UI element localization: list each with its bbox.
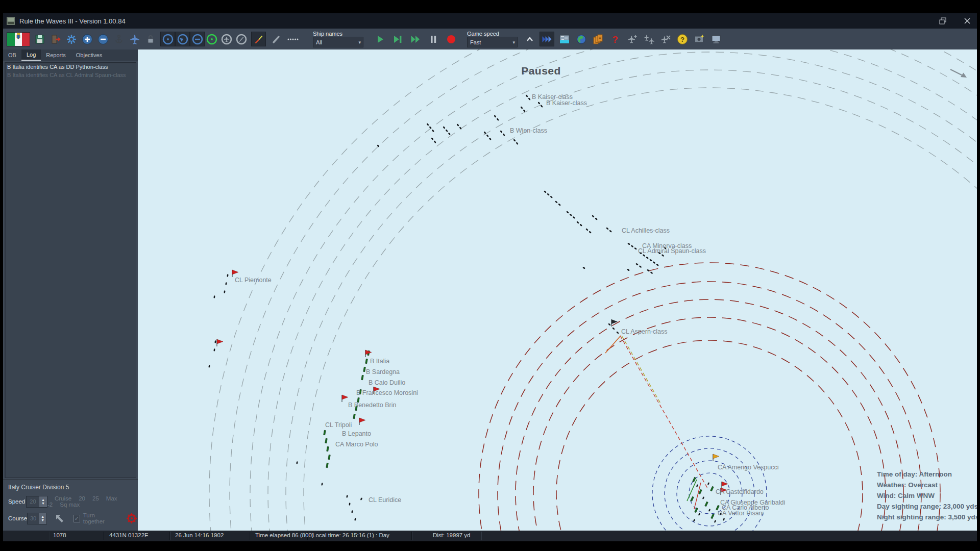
- helm-wheel-icon[interactable]: [126, 512, 138, 524]
- fleet-marker[interactable]: [579, 223, 582, 227]
- fleet-marker[interactable]: [431, 137, 434, 140]
- triple-arrow-icon[interactable]: [540, 32, 554, 46]
- fleet-marker[interactable]: [566, 211, 569, 214]
- fast-forward-icon[interactable]: [408, 32, 422, 46]
- fleet-marker[interactable]: [555, 201, 558, 204]
- fleet-marker[interactable]: [353, 414, 356, 418]
- fleet-marker[interactable]: [707, 482, 710, 485]
- display-icon[interactable]: [709, 32, 723, 46]
- fleet-marker[interactable]: [634, 247, 637, 249]
- italy-flag-icon[interactable]: [6, 32, 31, 46]
- fleet-marker[interactable]: [349, 503, 351, 506]
- pause-icon[interactable]: [426, 32, 440, 46]
- fleet-marker[interactable]: [488, 137, 492, 140]
- fleet-marker[interactable]: [325, 438, 328, 443]
- fleet-marker[interactable]: [296, 461, 298, 464]
- ship-names-dropdown[interactable]: All▾: [313, 37, 363, 47]
- settings-icon[interactable]: [64, 32, 78, 46]
- log-entry[interactable]: B Italia identifies CA as CL Admiral Spa…: [5, 71, 136, 79]
- fleet-marker[interactable]: [354, 518, 356, 521]
- fleet-marker[interactable]: [711, 514, 715, 518]
- plane-cross-icon[interactable]: [658, 32, 672, 46]
- fleet-marker[interactable]: [365, 359, 368, 363]
- fleet-marker[interactable]: [616, 331, 619, 334]
- set-course-arrow-icon[interactable]: [54, 513, 65, 524]
- fleet-marker[interactable]: [705, 502, 708, 506]
- lock-icon[interactable]: [143, 32, 157, 46]
- fleet-marker[interactable]: [502, 133, 505, 136]
- fleet-marker[interactable]: [631, 245, 634, 247]
- fleet-marker[interactable]: [693, 477, 696, 482]
- fleet-marker[interactable]: [346, 495, 348, 498]
- restore-window-button[interactable]: [937, 15, 948, 27]
- plane-add-icon[interactable]: [625, 32, 639, 46]
- turn-together-checkbox[interactable]: ✓: [74, 515, 80, 522]
- fleet-marker[interactable]: [710, 486, 714, 491]
- save-icon[interactable]: [33, 32, 46, 46]
- circle-dash-icon[interactable]: [190, 32, 205, 46]
- fleet-marker[interactable]: [537, 102, 541, 105]
- tab-log[interactable]: Log: [21, 49, 41, 61]
- fleet-marker[interactable]: [363, 367, 366, 371]
- fleet-marker[interactable]: [585, 228, 589, 231]
- circle-aircraft-icon[interactable]: [219, 32, 233, 46]
- fleet-marker[interactable]: [696, 484, 699, 487]
- tab-ob[interactable]: OB: [3, 49, 21, 61]
- fleet-marker[interactable]: [550, 195, 553, 198]
- fleet-marker[interactable]: [327, 446, 329, 451]
- fleet-marker[interactable]: [702, 496, 705, 499]
- fleet-marker[interactable]: [360, 497, 362, 500]
- fleet-marker[interactable]: [500, 130, 503, 133]
- circle-dot-icon[interactable]: [160, 32, 175, 46]
- fleet-marker[interactable]: [695, 508, 698, 512]
- fleet-marker[interactable]: [592, 215, 595, 218]
- log-entry[interactable]: B Italia identifies CA as DD Python-clas…: [5, 63, 136, 71]
- tab-reports[interactable]: Reports: [41, 49, 71, 61]
- fleet-marker[interactable]: [595, 217, 598, 220]
- fleet-marker[interactable]: [496, 118, 499, 121]
- globe-icon[interactable]: [574, 32, 588, 46]
- exit-icon[interactable]: [48, 32, 62, 46]
- help-icon[interactable]: ?: [675, 32, 689, 46]
- fleet-marker[interactable]: [324, 430, 326, 435]
- fleet-marker[interactable]: [576, 221, 579, 224]
- anchor-icon[interactable]: [112, 32, 126, 46]
- fleet-marker[interactable]: [649, 259, 652, 261]
- fleet-marker[interactable]: [208, 365, 210, 368]
- fleet-marker[interactable]: [443, 126, 446, 129]
- circle-compass-icon[interactable]: [234, 32, 248, 46]
- zoom-out-icon[interactable]: [96, 32, 110, 46]
- fleet-marker[interactable]: [558, 203, 561, 206]
- step-icon[interactable]: [390, 32, 404, 46]
- fleet-marker[interactable]: [608, 323, 611, 326]
- fleet-marker[interactable]: [224, 290, 226, 293]
- fleet-marker[interactable]: [321, 483, 323, 486]
- course-stepper[interactable]: 30 ▲▼: [27, 513, 47, 524]
- fleet-marker[interactable]: [520, 106, 523, 109]
- circle-green-dot-icon[interactable]: [205, 32, 218, 46]
- fleet-marker[interactable]: [448, 132, 451, 135]
- fleet-marker[interactable]: [213, 295, 215, 298]
- fleet-marker[interactable]: [351, 510, 353, 513]
- range-ruler-icon[interactable]: [251, 32, 266, 46]
- fleet-marker[interactable]: [544, 190, 547, 193]
- fleet-marker[interactable]: [606, 227, 609, 230]
- fleet-marker[interactable]: [609, 230, 612, 233]
- fleet-marker[interactable]: [569, 213, 572, 216]
- fleet-marker[interactable]: [214, 340, 216, 343]
- fleet-marker[interactable]: [650, 271, 653, 274]
- play-icon[interactable]: [373, 32, 386, 46]
- red-question-icon[interactable]: ?: [608, 32, 622, 46]
- fleet-marker[interactable]: [656, 263, 659, 266]
- fleet-marker[interactable]: [582, 266, 585, 269]
- fleet-marker[interactable]: [225, 282, 227, 285]
- fleet-marker[interactable]: [635, 263, 639, 265]
- fleet-marker[interactable]: [456, 123, 459, 127]
- game-speed-dropdown[interactable]: Fast▾: [467, 37, 518, 47]
- fleet-marker[interactable]: [589, 231, 592, 234]
- chevron-up-icon[interactable]: [523, 32, 536, 46]
- fleet-marker[interactable]: [528, 97, 531, 101]
- tab-objectives[interactable]: Objectives: [71, 49, 107, 61]
- fleet-marker[interactable]: [612, 327, 615, 330]
- bearing-line-icon[interactable]: [269, 32, 283, 46]
